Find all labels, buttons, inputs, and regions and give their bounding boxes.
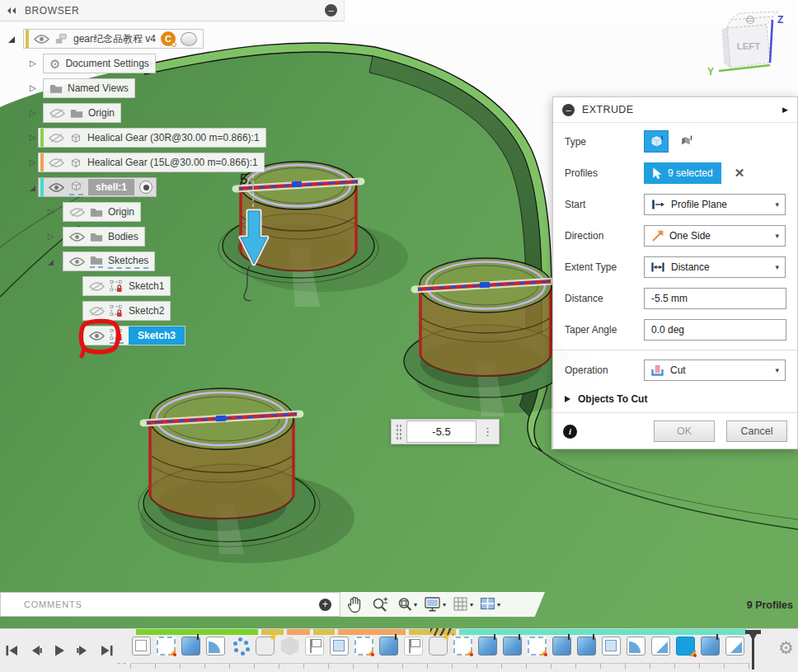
timeline-newcomp-icon[interactable] bbox=[429, 637, 448, 656]
timeline-flag-icon[interactable] bbox=[404, 637, 423, 656]
ok-button[interactable]: OK bbox=[654, 421, 715, 442]
objects-to-cut-section[interactable]: Objects To Cut bbox=[553, 386, 797, 412]
kebab-menu-icon[interactable]: ⋮ bbox=[481, 426, 495, 437]
operation-dropdown[interactable]: Cut ▾ bbox=[644, 359, 786, 381]
expand-arrow[interactable]: ▷ bbox=[48, 207, 54, 216]
expand-arrow[interactable]: ▷ bbox=[30, 108, 36, 117]
timeline-component-icon[interactable] bbox=[132, 637, 151, 656]
timeline-newcomp-icon[interactable] bbox=[256, 637, 275, 656]
expand-arrow[interactable] bbox=[8, 35, 15, 45]
viewports-button[interactable]: ▾ bbox=[480, 597, 500, 612]
comments-bar[interactable]: COMMENTS + bbox=[0, 592, 340, 617]
timeline-pattern-icon[interactable] bbox=[231, 637, 250, 656]
tree-row-sketch1[interactable]: Sketch1 bbox=[82, 276, 171, 296]
go-to-start-button[interactable] bbox=[5, 644, 20, 657]
cancel-button[interactable]: Cancel bbox=[726, 421, 787, 442]
expand-arrow[interactable] bbox=[48, 258, 54, 267]
expand-arrow[interactable]: ▷ bbox=[48, 232, 54, 241]
timeline-sketch-icon[interactable] bbox=[453, 637, 472, 656]
expand-arrow[interactable]: ▷ bbox=[30, 59, 36, 68]
timeline-sketch-icon[interactable] bbox=[354, 637, 373, 656]
expand-arrow[interactable]: ▷ bbox=[30, 157, 36, 167]
tree-row-shell-active[interactable]: shell:1 bbox=[38, 177, 157, 197]
timeline-sketch-icon[interactable] bbox=[676, 637, 695, 656]
browser-minimize-icon[interactable]: – bbox=[325, 4, 337, 16]
expand-arrow[interactable] bbox=[30, 184, 35, 193]
direction-dropdown[interactable]: One Side ▾ bbox=[644, 225, 786, 247]
dialog-collapse-icon[interactable]: – bbox=[562, 104, 575, 116]
fit-button[interactable]: ▾ bbox=[397, 596, 417, 613]
timeline-chamfer-icon[interactable] bbox=[725, 637, 744, 656]
grid-snap-button[interactable]: ▾ bbox=[453, 596, 473, 613]
eye-hidden-icon[interactable] bbox=[89, 306, 105, 317]
tree-row-shell-origin[interactable]: Origin bbox=[63, 202, 141, 222]
eye-hidden-icon[interactable] bbox=[49, 157, 64, 168]
clear-selection-icon[interactable]: ✕ bbox=[735, 166, 745, 181]
timeline-fillet-icon[interactable] bbox=[627, 637, 645, 656]
drag-handle[interactable] bbox=[396, 424, 402, 440]
go-to-end-button[interactable] bbox=[99, 644, 114, 657]
timeline-playhead[interactable] bbox=[745, 630, 761, 670]
view-cube[interactable]: LEFT Z Y bbox=[702, 7, 796, 86]
timeline-extrude-icon[interactable] bbox=[379, 637, 398, 656]
profiles-selection-button[interactable]: 9 selected bbox=[644, 162, 721, 184]
tree-row-sketch3-selected[interactable]: Sketch3 bbox=[82, 326, 185, 345]
taper-angle-input[interactable] bbox=[644, 319, 786, 341]
eye-visible-icon[interactable] bbox=[49, 182, 64, 193]
activate-component-radio[interactable] bbox=[139, 181, 153, 194]
expand-arrow[interactable]: ▷ bbox=[30, 83, 36, 92]
extrude-solid-type-button[interactable] bbox=[644, 130, 669, 153]
info-icon[interactable]: i bbox=[563, 425, 577, 439]
dialog-flyout-icon[interactable]: ▶ bbox=[782, 106, 788, 114]
add-comment-icon[interactable]: + bbox=[319, 599, 331, 611]
timeline-settings-gear-icon[interactable]: ⚙ bbox=[778, 639, 794, 656]
timeline-extrude-icon[interactable] bbox=[577, 637, 596, 656]
timeline-extrude-icon[interactable] bbox=[503, 637, 522, 656]
eye-hidden-icon[interactable] bbox=[69, 207, 85, 218]
timeline-fillet-icon[interactable] bbox=[206, 637, 225, 656]
tree-row-sketch2[interactable]: Sketch2 bbox=[82, 301, 171, 321]
zoom-button[interactable] bbox=[371, 596, 389, 613]
timeline-sketch-icon[interactable] bbox=[157, 637, 176, 656]
step-back-button[interactable] bbox=[30, 644, 43, 657]
eye-visible-icon[interactable] bbox=[69, 232, 85, 242]
tree-row-document-settings[interactable]: ⚙ Document Settings bbox=[43, 54, 156, 73]
collaboration-badge[interactable]: C bbox=[161, 31, 176, 46]
extrude-dialog-header[interactable]: – EXTRUDE ▶ bbox=[553, 97, 797, 123]
timeline-extrude-icon[interactable] bbox=[478, 637, 497, 656]
tree-row-bodies[interactable]: Bodies bbox=[63, 227, 145, 247]
distance-input[interactable] bbox=[644, 288, 786, 309]
timeline-box-icon[interactable] bbox=[602, 637, 621, 656]
eye-hidden-icon[interactable] bbox=[49, 133, 64, 143]
tree-row-sketches[interactable]: Sketches bbox=[63, 251, 155, 271]
tree-row-healical-gear-30r[interactable]: Healical Gear (30R@30.00 m=0.866):1 bbox=[38, 128, 266, 148]
step-forward-button[interactable] bbox=[76, 644, 89, 657]
tree-row-named-views[interactable]: Named Views bbox=[43, 78, 135, 98]
tree-row-origin[interactable]: Origin bbox=[43, 103, 121, 123]
extrude-thin-type-button[interactable] bbox=[674, 130, 698, 153]
status-badge[interactable] bbox=[181, 32, 197, 46]
timeline-flag-icon[interactable] bbox=[305, 637, 324, 656]
timeline-form-icon[interactable] bbox=[280, 637, 299, 656]
timeline-box-icon[interactable] bbox=[330, 637, 349, 656]
eye-visible-icon[interactable] bbox=[89, 331, 105, 341]
eye-hidden-icon[interactable] bbox=[89, 281, 105, 292]
display-settings-button[interactable]: ▾ bbox=[424, 596, 446, 613]
timeline-extrude-icon[interactable] bbox=[181, 637, 200, 656]
extent-type-dropdown[interactable]: Distance ▾ bbox=[644, 256, 786, 278]
timeline-extrude-icon[interactable] bbox=[552, 637, 571, 656]
pan-button[interactable] bbox=[346, 595, 364, 613]
start-dropdown[interactable]: Profile Plane ▾ bbox=[644, 194, 786, 215]
tree-row-root-component[interactable]: gear纪念品教程 v4 C bbox=[23, 29, 204, 49]
timeline-sketch-icon[interactable] bbox=[528, 637, 547, 656]
expand-arrow[interactable]: ▷ bbox=[30, 133, 36, 142]
eye-visible-icon[interactable] bbox=[69, 256, 85, 267]
collapse-panel-icon[interactable] bbox=[7, 7, 16, 15]
timeline-chamfer-icon[interactable] bbox=[651, 637, 670, 656]
timeline-extrude-icon[interactable] bbox=[701, 637, 720, 656]
play-button[interactable] bbox=[53, 644, 66, 657]
eye-visible-icon[interactable] bbox=[34, 34, 49, 45]
tree-row-healical-gear-15l[interactable]: Healical Gear (15L@30.00 m=0.866):1 bbox=[38, 153, 265, 172]
eye-hidden-icon[interactable] bbox=[49, 108, 65, 119]
distance-value-input[interactable] bbox=[406, 421, 476, 443]
